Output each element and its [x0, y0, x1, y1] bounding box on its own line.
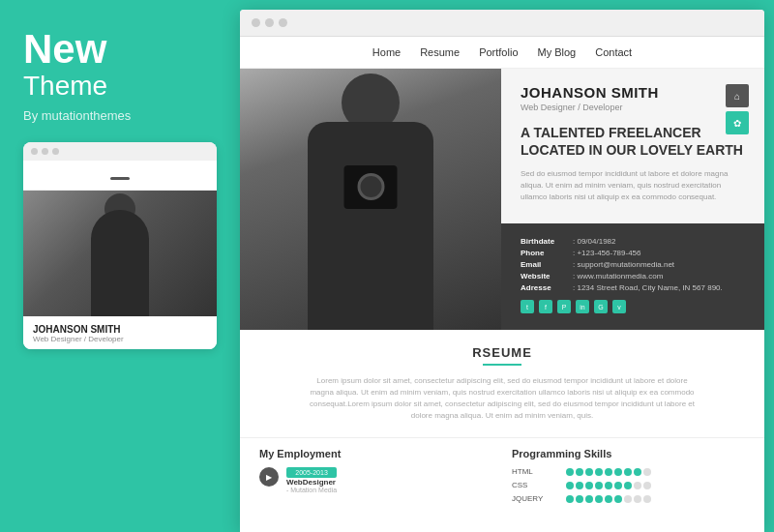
skill-css: CSS	[512, 481, 745, 489]
hero-settings-icon[interactable]: ✿	[726, 111, 749, 134]
skill-html: HTML	[512, 467, 745, 476]
hero-description: Sed do eiusmod tempor incididunt ut labo…	[521, 168, 745, 203]
mini-person-name: JOHANSON SMITH	[33, 324, 207, 335]
social-icons: t f P in G v	[521, 300, 745, 313]
skill-dot	[624, 482, 632, 489]
employment-item: ▶ 2005-2013 WebDesigner - Mutation Media	[259, 467, 492, 493]
hero-person-name: JOHANSON SMITH	[521, 84, 745, 101]
contact-website-label: Website	[521, 272, 569, 281]
social-vimeo-icon[interactable]: v	[612, 300, 626, 313]
contact-email-val: : support@mutationmedia.net	[573, 260, 674, 269]
employment-company: - Mutation Media	[286, 487, 337, 493]
skill-css-dots	[566, 482, 651, 489]
hero-home-icon[interactable]: ⌂	[726, 84, 749, 107]
hero-contact-section: Birthdate : 09/04/1982 Phone : +123-456-…	[501, 223, 764, 330]
skill-dot	[605, 468, 612, 476]
employment-column: My Employment ▶ 2005-2013 WebDesigner - …	[259, 448, 492, 508]
hero-info: ⌂ ✿ JOHANSON SMITH Web Designer / Develo…	[501, 69, 764, 330]
nav-blog[interactable]: My Blog	[538, 46, 577, 58]
contact-email-label: Email	[521, 260, 569, 269]
skill-dot-empty	[634, 495, 641, 503]
resume-underline	[483, 364, 521, 366]
skill-dot-empty	[634, 482, 641, 489]
skill-dot	[595, 495, 603, 503]
contact-website-val: : www.mutationmedia.com	[573, 272, 663, 281]
site-nav: Home Resume Portfolio My Blog Contact	[240, 37, 764, 69]
mini-titlebar	[23, 142, 217, 161]
skill-css-label: CSS	[512, 481, 560, 489]
skill-html-dots	[566, 468, 651, 476]
contact-email: Email : support@mutationmedia.net	[521, 260, 745, 269]
employment-dates: 2005-2013	[286, 467, 337, 478]
skill-dot	[595, 468, 603, 476]
employment-job-title: WebDesigner	[286, 478, 337, 487]
contact-address-val: : 1234 Street Road, City Name, IN 567 89…	[573, 283, 723, 292]
mini-nav	[23, 161, 217, 191]
social-facebook-icon[interactable]: f	[539, 300, 552, 313]
skill-dot	[566, 468, 574, 476]
skill-dot	[576, 482, 583, 489]
skills-column: Programming Skills HTML	[512, 448, 745, 508]
mini-dot-3	[52, 148, 59, 155]
skill-dot	[576, 468, 583, 476]
skill-dot	[566, 482, 574, 489]
title-by: By mutationthemes	[23, 108, 217, 123]
skill-dot	[614, 482, 622, 489]
skill-dot	[624, 468, 632, 476]
resume-section-title: RSEUМЕ	[259, 345, 745, 360]
title-theme: Theme	[23, 70, 217, 103]
contact-address-label: Adresse	[521, 283, 569, 292]
hero-photo	[240, 69, 501, 330]
skills-title: Programming Skills	[512, 448, 745, 459]
browser-dot-3	[279, 18, 287, 27]
mini-hero-image	[23, 191, 217, 316]
skill-html-label: HTML	[512, 467, 560, 476]
contact-birthdate-label: Birthdate	[521, 237, 569, 246]
hero-tagline: A TALENTED FREELANCER LOCATED IN OUR LOV…	[521, 124, 745, 159]
nav-portfolio[interactable]: Portfolio	[479, 46, 518, 58]
social-linkedin-icon[interactable]: in	[576, 300, 589, 313]
skill-dot	[614, 468, 622, 476]
hero-camera	[344, 165, 398, 209]
social-pinterest-icon[interactable]: P	[557, 300, 571, 313]
skill-dot	[585, 482, 593, 489]
skill-dot	[595, 482, 603, 489]
contact-address: Adresse : 1234 Street Road, City Name, I…	[521, 283, 745, 292]
mini-person-body	[91, 210, 149, 316]
skill-dot-empty	[643, 482, 651, 489]
mini-person-role: Web Designer / Developer	[33, 335, 207, 343]
skill-dot	[585, 495, 593, 503]
employment-icon: ▶	[259, 467, 279, 487]
nav-home[interactable]: Home	[372, 46, 401, 58]
skill-dot-empty	[643, 468, 651, 476]
website-content: Home Resume Portfolio My Blog Contact ⌂ …	[240, 37, 764, 532]
social-twitter-icon[interactable]: t	[521, 300, 534, 313]
skill-jquery: JQUERY	[512, 494, 745, 503]
title-block: New Theme By mutationthemes	[23, 29, 217, 123]
browser-mockup: Home Resume Portfolio My Blog Contact ⌂ …	[240, 10, 764, 532]
browser-dot-1	[252, 18, 260, 27]
employment-details: 2005-2013 WebDesigner - Mutation Media	[286, 467, 337, 493]
browser-dot-2	[265, 18, 274, 27]
bottom-columns: My Employment ▶ 2005-2013 WebDesigner - …	[240, 437, 764, 517]
skill-dot	[605, 495, 612, 503]
mini-dot-2	[42, 148, 48, 155]
skill-dot	[614, 495, 622, 503]
nav-contact[interactable]: Contact	[595, 46, 632, 58]
mini-preview-card: JOHANSON SMITH Web Designer / Developer	[23, 142, 217, 349]
contact-website: Website : www.mutationmedia.com	[521, 272, 745, 281]
contact-phone: Phone : +123-456-789-456	[521, 249, 745, 257]
contact-phone-label: Phone	[521, 249, 569, 257]
nav-resume[interactable]: Resume	[420, 46, 460, 58]
left-panel: New Theme By mutationthemes JOHANSON SMI…	[0, 0, 240, 532]
browser-titlebar	[240, 10, 764, 37]
skill-jquery-label: JQUERY	[512, 494, 560, 503]
contact-birthdate: Birthdate : 09/04/1982	[521, 237, 745, 246]
employment-title: My Employment	[259, 448, 492, 459]
social-googleplus-icon[interactable]: G	[594, 300, 608, 313]
hero-person-body	[308, 122, 433, 330]
mini-nav-bar	[110, 177, 130, 180]
skill-dot	[634, 468, 641, 476]
skill-jquery-dots	[566, 495, 651, 503]
hero-section: ⌂ ✿ JOHANSON SMITH Web Designer / Develo…	[240, 69, 764, 330]
